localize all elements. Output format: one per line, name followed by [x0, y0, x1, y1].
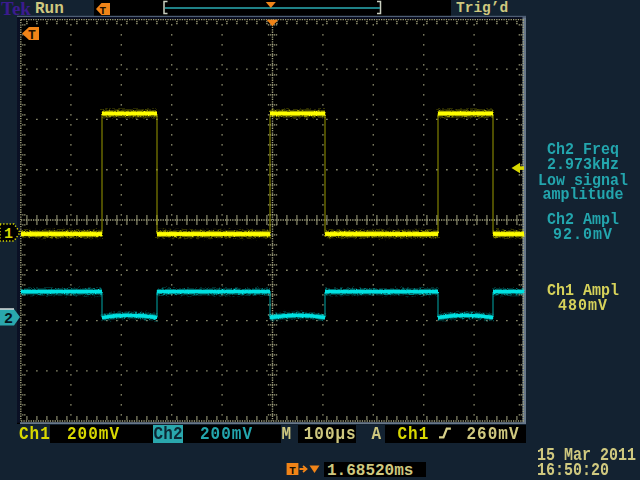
svg-text:1: 1	[4, 226, 13, 243]
svg-text:T: T	[28, 28, 36, 43]
svg-text:T: T	[100, 5, 107, 17]
svg-text:2: 2	[4, 311, 13, 328]
svg-text:T: T	[289, 465, 296, 477]
